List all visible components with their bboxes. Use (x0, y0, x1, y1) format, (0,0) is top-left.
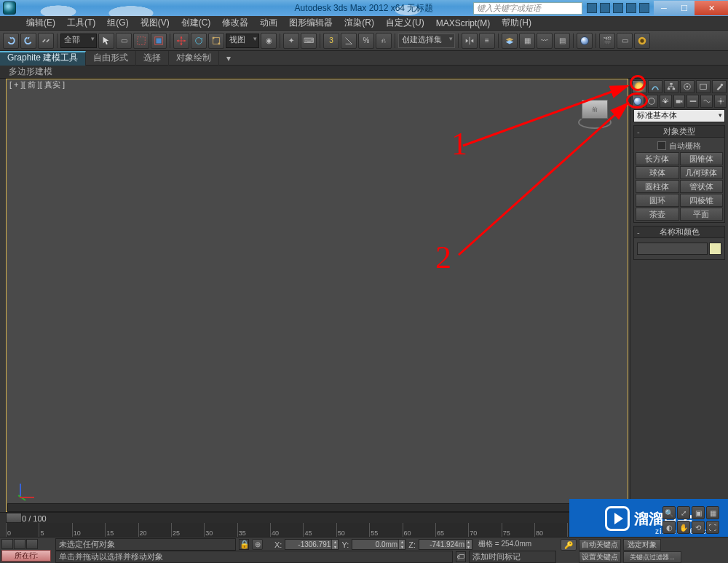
utilities-tab[interactable] (712, 80, 727, 93)
communication-icon[interactable] (613, 3, 623, 13)
menu-edit[interactable]: 编辑(E) (20, 15, 61, 31)
motion-tab[interactable] (680, 80, 695, 93)
use-center-button[interactable]: ◉ (261, 33, 277, 49)
shapes-subtab[interactable] (646, 95, 658, 108)
tube-button[interactable]: 管状体 (680, 180, 724, 193)
schematic-view-button[interactable]: ▤ (554, 33, 570, 49)
systems-subtab[interactable] (714, 95, 727, 108)
object-color-swatch[interactable] (709, 243, 721, 255)
minimize-button[interactable]: ─ (654, 1, 674, 15)
select-region-button[interactable] (133, 33, 149, 49)
cylinder-button[interactable]: 圆柱体 (636, 180, 679, 193)
lights-subtab[interactable] (660, 95, 672, 108)
viewport-scrollbar-h[interactable] (7, 503, 627, 512)
teapot-button[interactable]: 茶壶 (636, 208, 679, 221)
mirror-button[interactable] (462, 33, 478, 49)
link-button[interactable] (38, 33, 54, 49)
menu-customize[interactable]: 自定义(U) (380, 15, 430, 31)
viewcube[interactable]: 前 (577, 95, 613, 132)
maxscript-mini-listener-button[interactable] (1, 539, 13, 549)
pan-button[interactable]: ✋ (677, 521, 690, 534)
cameras-subtab[interactable] (673, 95, 686, 108)
select-object-button[interactable] (98, 33, 114, 49)
ribbon-tab-freeform[interactable]: 自由形式 (86, 51, 136, 66)
object-type-header[interactable]: 对象类型 (634, 126, 724, 138)
plane-button[interactable]: 平面 (680, 208, 724, 221)
info-center-icon[interactable] (587, 3, 597, 13)
render-setup-button[interactable]: 🎬 (599, 33, 615, 49)
menu-modifiers[interactable]: 修改器 (216, 15, 254, 31)
autogrid-checkbox[interactable] (657, 141, 666, 150)
viewport-front[interactable]: [ + ][ 前 ][ 真实 ] 前 (6, 79, 628, 512)
viewport-label[interactable]: [ + ][ 前 ][ 真实 ] (9, 79, 65, 90)
rendered-frame-button[interactable]: ▭ (617, 33, 633, 49)
geosphere-button[interactable]: 几何球体 (680, 166, 724, 179)
select-by-name-button[interactable]: ▭ (116, 33, 132, 49)
select-and-scale-button[interactable] (208, 33, 224, 49)
percent-snap-button[interactable]: % (358, 33, 374, 49)
selection-filter-dropdown[interactable]: 全部 (60, 34, 97, 48)
zoom-all-button[interactable]: ⤢ (677, 506, 690, 519)
menu-create[interactable]: 创建(C) (175, 15, 217, 31)
add-time-tag[interactable]: 添加时间标记 (469, 551, 556, 563)
curve-editor-button[interactable]: 〰 (537, 33, 553, 49)
track-bar[interactable]: 051015202530354045505560657075808590 (6, 523, 633, 538)
x-coord-field[interactable]: -1306.791▴▾ (285, 539, 339, 550)
modify-tab[interactable] (648, 80, 662, 93)
redo-button[interactable] (20, 33, 36, 49)
graphite-toggle-button[interactable]: ▦ (519, 33, 535, 49)
close-button[interactable]: ✕ (695, 1, 728, 15)
menu-animation[interactable]: 动画 (254, 15, 283, 31)
absolute-mode-button[interactable]: ⊕ (252, 539, 263, 550)
y-coord-field[interactable]: 0.0mm▴▾ (352, 539, 405, 550)
undo-button[interactable] (3, 33, 19, 49)
maximize-viewport-button[interactable]: ⛶ (706, 521, 719, 534)
ribbon-tab-selection[interactable]: 选择 (136, 51, 169, 66)
time-slider-track[interactable] (6, 513, 633, 523)
auto-key-button[interactable]: 自动关键点 (579, 539, 621, 551)
selection-lock-button[interactable]: 🔒 (239, 539, 249, 550)
render-production-button[interactable] (634, 33, 650, 49)
ribbon-panel-polymodel[interactable]: 多边形建模 (4, 66, 57, 78)
select-and-rotate-button[interactable] (191, 33, 207, 49)
set-key-button[interactable]: 设置关键点 (579, 551, 621, 563)
menu-graph-editors[interactable]: 图形编辑器 (283, 15, 339, 31)
material-editor-button[interactable] (577, 33, 593, 49)
macro-recorder-button[interactable] (14, 539, 25, 549)
display-tab[interactable] (696, 80, 711, 93)
align-button[interactable]: ≡ (479, 33, 495, 49)
menu-maxscript[interactable]: MAXScript(M) (430, 17, 496, 30)
listener-button[interactable] (26, 539, 38, 549)
layer-manager-button[interactable] (502, 33, 518, 49)
spacewarps-subtab[interactable] (700, 95, 713, 108)
menu-help[interactable]: 帮助(H) (496, 15, 537, 31)
menu-rendering[interactable]: 渲染(R) (339, 15, 380, 31)
object-name-input[interactable] (637, 243, 708, 255)
geometry-subtab[interactable] (632, 95, 644, 108)
favorites-icon[interactable] (626, 3, 636, 13)
ref-coord-dropdown[interactable]: 视图 (226, 34, 259, 48)
cone-button[interactable]: 圆锥体 (680, 152, 724, 165)
z-coord-field[interactable]: -741.924m▴▾ (419, 539, 472, 550)
category-dropdown[interactable]: 标准基本体 (633, 109, 725, 122)
spinner-snap-button[interactable]: ⎌ (376, 33, 392, 49)
snap-toggle-3-button[interactable]: 3 (323, 33, 339, 49)
window-crossing-button[interactable] (151, 33, 167, 49)
help-search-input[interactable]: 键入关键字或短语 (473, 2, 582, 15)
zoom-extents-button[interactable]: ▣ (692, 506, 705, 519)
zoom-button[interactable]: 🔍 (662, 506, 676, 519)
box-button[interactable]: 长方体 (636, 152, 679, 165)
select-manipulate-button[interactable]: ✦ (283, 33, 299, 49)
app-icon[interactable] (3, 1, 16, 15)
menu-view[interactable]: 视图(V) (135, 15, 175, 31)
helpers-subtab[interactable] (687, 95, 699, 108)
angle-snap-button[interactable] (341, 33, 357, 49)
ribbon-tab-object-paint[interactable]: 对象绘制 (169, 51, 219, 66)
script-listener-line[interactable]: 所在行: (1, 550, 51, 562)
menu-tools[interactable]: 工具(T) (61, 15, 101, 31)
orbit-button[interactable]: ⟲ (692, 521, 705, 534)
fov-button[interactable]: ◐ (662, 521, 676, 534)
hierarchy-tab[interactable] (664, 80, 678, 93)
key-filters-button[interactable]: 关键点过滤器... (623, 551, 681, 563)
select-and-move-button[interactable] (173, 33, 189, 49)
